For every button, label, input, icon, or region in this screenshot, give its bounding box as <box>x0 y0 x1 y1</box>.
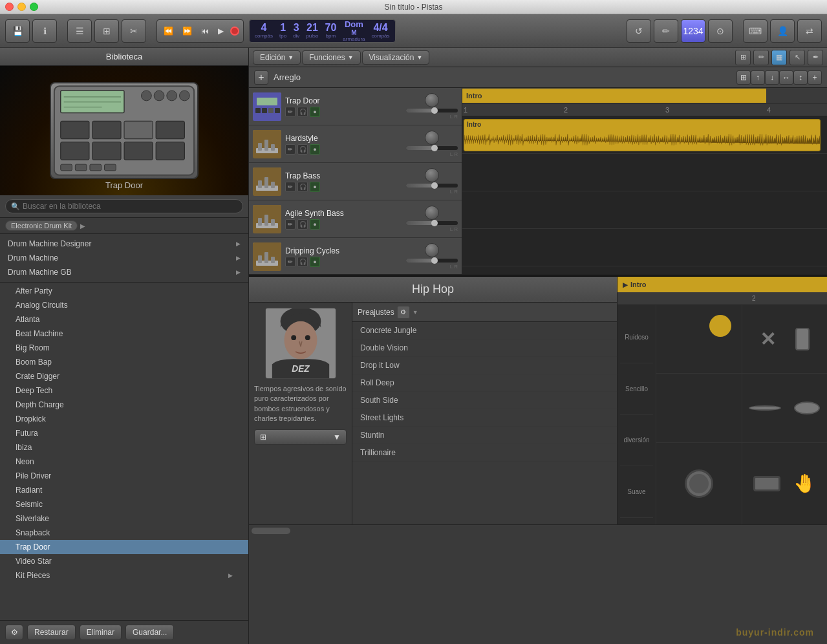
sidebar-list-item[interactable]: After Party <box>0 284 248 298</box>
minimize-button[interactable] <box>17 3 26 11</box>
track-edit-btn[interactable]: ✏ <box>285 219 295 230</box>
settings-icon[interactable]: ☰ <box>67 19 92 43</box>
sidebar-list-item[interactable]: Neon <box>0 455 248 469</box>
view-icon[interactable]: ▦ <box>771 50 787 65</box>
scrollbar-thumb[interactable] <box>252 528 290 534</box>
track-edit-btn[interactable]: ✏ <box>285 257 295 267</box>
track-edit-btn[interactable]: ✏ <box>285 182 295 192</box>
sidebar-list-item[interactable]: Depth Charge <box>0 398 248 412</box>
sidebar-list-item[interactable]: Futura <box>0 426 248 440</box>
volume-slider[interactable] <box>406 146 458 150</box>
sidebar-item-drum-machine[interactable]: Drum Machine ▶ <box>0 251 248 265</box>
sidebar-list-item[interactable]: Dropkick <box>0 412 248 426</box>
arrange-icon[interactable]: ⊞ <box>735 50 751 65</box>
counter-icon[interactable]: 1234 <box>681 19 705 43</box>
volume-knob[interactable] <box>425 93 439 107</box>
volume-slider[interactable] <box>406 109 458 113</box>
arrange-down-icon[interactable]: ↓ <box>765 70 779 85</box>
bottom-scrollbar[interactable] <box>249 524 827 536</box>
info-icon[interactable]: ℹ <box>32 19 57 43</box>
track-row[interactable]: Agile Synth Bass ✏ 🎧 ● L R <box>249 200 462 238</box>
preset-item[interactable]: Stuntin <box>352 427 617 444</box>
preset-item[interactable]: Double Vision <box>352 339 617 357</box>
arrange-add-btn2[interactable]: + <box>808 70 822 85</box>
volume-slider[interactable] <box>406 221 458 225</box>
presets-gear-button[interactable]: ⚙ <box>397 306 410 319</box>
sidebar-item-drum-machine-gb[interactable]: Drum Machine GB ▶ <box>0 265 248 279</box>
arrange-settings-icon[interactable]: ⊞ <box>736 70 751 85</box>
pen-icon[interactable]: ✒ <box>808 50 823 65</box>
track-headphone-btn[interactable]: 🎧 <box>297 219 308 230</box>
preset-item[interactable]: South Side <box>352 392 617 409</box>
track-edit-btn[interactable]: ✏ <box>285 107 295 117</box>
track-row[interactable]: Trap Door ✏ 🎧 ● L R <box>249 88 462 125</box>
rewind-button[interactable]: ⏪ <box>161 25 176 37</box>
sidebar-list-item[interactable]: Boom Bap <box>0 355 248 369</box>
drum-dot[interactable] <box>709 315 731 337</box>
volume-knob[interactable] <box>425 131 439 145</box>
pencil-icon[interactable]: ✏ <box>654 19 678 43</box>
track-headphone-btn[interactable]: 🎧 <box>297 107 308 117</box>
breadcrumb[interactable]: Electronic Drum Kit <box>5 220 78 231</box>
arrange-expand-icon[interactable]: ↔ <box>779 70 793 85</box>
arrange-up-icon[interactable]: ↑ <box>751 70 765 85</box>
track-mute-btn[interactable]: ● <box>310 144 320 155</box>
plugin-icon[interactable]: ⊙ <box>708 19 733 43</box>
track-edit-btn[interactable]: ✏ <box>285 144 295 155</box>
sidebar-list-item[interactable]: Video Star <box>0 554 248 568</box>
sidebar-list-item[interactable]: Ibiza <box>0 440 248 455</box>
edition-menu[interactable]: Edición ▼ <box>253 50 301 65</box>
volume-slider[interactable] <box>406 184 458 188</box>
search-input[interactable] <box>23 202 237 211</box>
volume-knob[interactable] <box>425 243 439 257</box>
sidebar-item-drum-machine-designer[interactable]: Drum Machine Designer ▶ <box>0 237 248 251</box>
track-mute-btn[interactable]: ● <box>310 257 320 267</box>
arrange-collapse-icon[interactable]: ↕ <box>793 70 808 85</box>
volume-knob[interactable] <box>425 168 439 182</box>
track-row[interactable]: Trap Bass ✏ 🎧 ● L R <box>249 163 462 200</box>
sidebar-list-item[interactable]: Crate Digger <box>0 369 248 383</box>
back-button[interactable]: ⏮ <box>199 25 211 37</box>
user-icon[interactable]: 👤 <box>770 19 795 43</box>
keyboard-icon[interactable]: ⌨ <box>743 19 768 43</box>
share-icon[interactable]: ⇄ <box>797 19 822 43</box>
delete-button[interactable]: Eliminar <box>80 625 122 640</box>
add-track-button[interactable]: + <box>254 70 268 85</box>
track-headphone-btn[interactable]: 🎧 <box>297 257 308 267</box>
sidebar-list-item[interactable]: Trap Door <box>0 540 248 554</box>
edit-icon[interactable]: ✏ <box>753 50 769 65</box>
scissors-icon[interactable]: ✂ <box>122 19 146 43</box>
sidebar-list-item[interactable]: Kit Pieces▶ <box>0 568 248 583</box>
play-button[interactable]: ▶ <box>215 25 226 37</box>
track-mute-btn[interactable]: ● <box>310 219 320 230</box>
timeline-block[interactable]: Intro <box>464 119 821 151</box>
save-icon[interactable]: 💾 <box>5 19 30 43</box>
gear-button[interactable]: ⚙ <box>5 625 23 640</box>
save-button[interactable]: Guardar... <box>125 625 174 640</box>
track-mute-btn[interactable]: ● <box>310 182 320 192</box>
sidebar-list-item[interactable]: Snapback <box>0 526 248 540</box>
visualization-menu[interactable]: Visualización ▼ <box>362 50 430 65</box>
sidebar-list-item[interactable]: Seismic <box>0 497 248 511</box>
mixer-icon[interactable]: ⊞ <box>94 19 119 43</box>
record-button[interactable] <box>230 27 239 36</box>
track-mute-btn[interactable]: ● <box>310 107 320 117</box>
sidebar-list-item[interactable]: Analog Circuits <box>0 298 248 312</box>
preset-item[interactable]: Trillionaire <box>352 444 617 462</box>
volume-knob[interactable] <box>425 206 439 220</box>
sidebar-list-item[interactable]: Deep Tech <box>0 383 248 398</box>
refresh-icon[interactable]: ↺ <box>627 19 651 43</box>
preset-item[interactable]: Drop it Low <box>352 357 617 374</box>
pointer-icon[interactable]: ↖ <box>789 50 805 65</box>
preset-item[interactable]: Roll Deep <box>352 374 617 392</box>
close-button[interactable] <box>5 3 14 11</box>
forward-button[interactable]: ⏩ <box>180 25 195 37</box>
sidebar-list-item[interactable]: Radiant <box>0 483 248 497</box>
intro-section-block[interactable]: Intro <box>462 89 766 103</box>
track-headphone-btn[interactable]: 🎧 <box>297 182 308 192</box>
sidebar-list-item[interactable]: Atlanta <box>0 312 248 327</box>
sidebar-list-item[interactable]: Beat Machine <box>0 327 248 341</box>
functions-menu[interactable]: Funciones ▼ <box>302 50 360 65</box>
track-headphone-btn[interactable]: 🎧 <box>297 144 308 155</box>
maximize-button[interactable] <box>30 3 38 11</box>
